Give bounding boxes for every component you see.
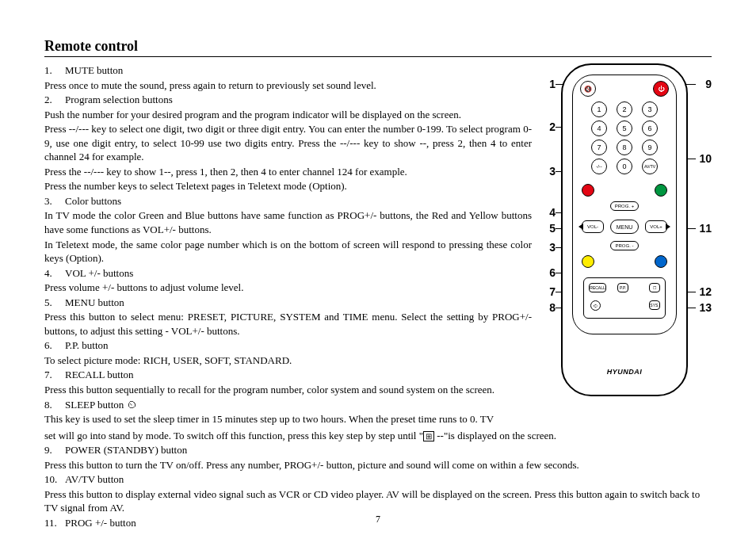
prog-minus: PROG. - bbox=[610, 241, 639, 250]
prog-plus: PROG. + bbox=[610, 201, 639, 211]
callout-11: 11 bbox=[699, 222, 712, 235]
digit-5: 5 bbox=[617, 120, 632, 136]
digit-6: 6 bbox=[642, 120, 658, 136]
digits-toggle: -/-- bbox=[591, 159, 607, 174]
callout-2: 2 bbox=[541, 120, 556, 133]
digit-1: 1 bbox=[591, 101, 607, 117]
pp-button: P.P. bbox=[617, 283, 628, 292]
display-icon: ⊞ bbox=[423, 431, 434, 441]
mute-button: 🔇 bbox=[580, 81, 596, 97]
callout-12: 12 bbox=[699, 285, 712, 298]
page-number: 7 bbox=[0, 514, 756, 525]
digit-9: 9 bbox=[642, 139, 658, 155]
recall-button: RECALL bbox=[589, 283, 606, 292]
callout-7: 7 bbox=[541, 285, 556, 298]
sleep-icon: ⏲ bbox=[127, 399, 137, 411]
callout-10: 10 bbox=[699, 152, 712, 165]
title-rule bbox=[44, 56, 712, 57]
sys-button: SYS. bbox=[649, 300, 660, 310]
digit-0: 0 bbox=[617, 159, 632, 174]
page-title: Remote control bbox=[44, 38, 712, 55]
digit-7: 7 bbox=[591, 139, 607, 155]
tv-button: ☐ bbox=[649, 283, 660, 292]
digit-8: 8 bbox=[617, 139, 632, 155]
callout-9: 9 bbox=[705, 78, 712, 90]
brand-logo: HYUNDAI bbox=[563, 368, 686, 376]
color-blue bbox=[655, 255, 667, 268]
callout-5: 5 bbox=[541, 222, 556, 235]
vol-minus: VOL- bbox=[582, 220, 604, 233]
callout-3b: 3 bbox=[541, 241, 556, 254]
avtv-button: AV/TV bbox=[642, 159, 658, 174]
callout-13: 13 bbox=[699, 301, 712, 314]
power-button: ⏻ bbox=[653, 81, 669, 97]
callout-1: 1 bbox=[541, 78, 556, 90]
callout-6: 6 bbox=[541, 266, 556, 279]
digit-3: 3 bbox=[642, 101, 658, 117]
menu-button: MENU bbox=[610, 220, 639, 234]
callout-4: 4 bbox=[541, 206, 556, 219]
lower-panel: RECALL P.P. ☐ ⏲ SYS. bbox=[583, 277, 666, 319]
digit-2: 2 bbox=[617, 101, 632, 117]
vol-plus: VOL+ bbox=[645, 220, 667, 233]
description-column: 1.MUTE button Press once to mute the sou… bbox=[44, 63, 532, 427]
color-yellow bbox=[582, 255, 594, 268]
remote-diagram: 1 2 3 4 5 3 6 7 8 9 10 11 12 13 🔇 bbox=[541, 63, 712, 396]
digit-4: 4 bbox=[591, 120, 607, 136]
sleep-button: ⏲ bbox=[590, 300, 601, 311]
color-red bbox=[582, 184, 594, 197]
callout-3: 3 bbox=[541, 165, 556, 178]
color-green bbox=[655, 184, 667, 197]
remote-outline: 🔇 ⏻ 1 2 3 4 5 6 7 8 9 -/-- 0 AV/TV PROG.… bbox=[561, 63, 688, 396]
callout-8: 8 bbox=[541, 301, 556, 314]
